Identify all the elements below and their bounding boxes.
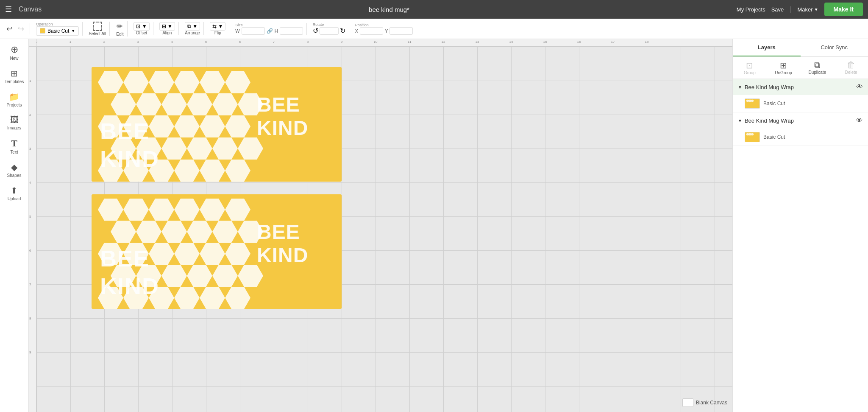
size-w-input[interactable] [242, 27, 265, 35]
rotate-input[interactable] [320, 27, 339, 35]
canvas-grid[interactable]: BEE KIND BEE KIND [36, 47, 732, 412]
arrange-btn[interactable]: ⧉ ▼ [185, 22, 200, 31]
ruler-h-tick: 14 [509, 40, 513, 44]
sidebar-item-text[interactable]: T Text [2, 135, 27, 158]
ruler-v-tick: 2 [29, 113, 31, 117]
ruler-h-tick: 16 [577, 40, 581, 44]
rotate-ccw-btn[interactable]: ↺ [313, 27, 318, 35]
select-all-btn[interactable]: Select All [89, 31, 106, 36]
ruler-v-tick: 3 [29, 147, 31, 151]
maker-btn[interactable]: Maker ▼ [798, 6, 818, 13]
layer-child-2[interactable]: Basic Cut [733, 129, 868, 146]
child1-thumb [745, 98, 760, 109]
blank-canvas-swatch[interactable] [682, 398, 693, 407]
svg-marker-43 [187, 221, 212, 243]
ruler-v-tick: 6 [29, 249, 31, 252]
svg-marker-42 [161, 221, 187, 243]
svg-text:KIND: KIND [257, 117, 308, 139]
ruler-h-tick: 17 [611, 40, 615, 44]
ruler-h-tick: 10 [374, 40, 378, 44]
ruler-h-tick: 11 [408, 40, 412, 44]
position-x-label: X [355, 28, 358, 34]
undo-btn[interactable]: ↩ [4, 23, 15, 34]
duplicate-label: Duplicate [809, 70, 826, 75]
vertical-ruler: 123456789 [29, 47, 36, 412]
svg-marker-55 [187, 265, 212, 287]
maker-chevron-icon: ▼ [814, 7, 818, 12]
layer-group-1-header[interactable]: ▼ Bee Kind Mug Wrap 👁 [733, 79, 868, 95]
svg-marker-8 [161, 93, 187, 115]
duplicate-action[interactable]: ⧉ Duplicate [801, 57, 835, 78]
tab-color-sync[interactable]: Color Sync [801, 39, 868, 56]
blank-canvas-label: Blank Canvas [696, 400, 727, 406]
make-it-btn[interactable]: Make It [824, 3, 863, 16]
tab-layers[interactable]: Layers [733, 39, 801, 56]
align-btn[interactable]: ⊟ ▼ [159, 22, 175, 31]
images-label: Images [7, 126, 21, 130]
offset-group: ⊡ ▼ Offset [130, 22, 153, 35]
svg-marker-7 [136, 93, 161, 115]
operation-btn[interactable]: Basic Cut ▼ [36, 26, 79, 36]
svg-marker-5 [225, 71, 250, 93]
svg-marker-16 [200, 115, 225, 137]
group2-chevron-icon: ▼ [738, 118, 742, 123]
flip-btn[interactable]: ⇆ ▼ [210, 22, 225, 31]
group-icon: ⊡ [746, 60, 753, 70]
sidebar-item-upload[interactable]: ⬆ Upload [2, 182, 27, 205]
ruler-h-tick: 5 [205, 40, 207, 44]
ungroup-action[interactable]: ⊞ UnGroup [767, 57, 801, 78]
redo-btn[interactable]: ↪ [16, 23, 26, 34]
position-y-input[interactable] [389, 27, 413, 35]
layer-child-1[interactable]: Basic Cut [733, 95, 868, 112]
ungroup-icon: ⊞ [780, 60, 787, 70]
layers-content: ▼ Bee Kind Mug Wrap 👁 Basic Cut [733, 79, 868, 412]
ruler-v-tick: 5 [29, 215, 31, 219]
rotate-label: Rotate [313, 22, 345, 27]
layer-group-2-header[interactable]: ▼ Bee Kind Mug Wrap 👁 [733, 112, 868, 129]
delete-action[interactable]: 🗑 Delete [834, 57, 868, 78]
templates-label: Templates [5, 79, 24, 84]
size-h-input[interactable] [280, 27, 303, 35]
svg-marker-9 [187, 93, 212, 115]
svg-text:BEE: BEE [100, 118, 150, 144]
mug-wrap-2[interactable]: BEE KIND BEE KIND [92, 194, 342, 309]
position-label: Position [355, 23, 413, 27]
my-projects-btn[interactable]: My Projects [737, 6, 765, 13]
ruler-h-tick: 15 [543, 40, 547, 44]
ruler-v-tick: 1 [29, 79, 31, 83]
duplicate-icon: ⧉ [814, 60, 820, 70]
app-title: Canvas [19, 6, 42, 13]
offset-btn[interactable]: ⊡ ▼ [134, 22, 149, 31]
sidebar-item-new[interactable]: ⊕ New [2, 41, 27, 64]
menu-icon[interactable]: ☰ [5, 5, 12, 14]
svg-marker-29 [225, 160, 250, 182]
svg-marker-38 [200, 199, 225, 221]
ruler-h-tick: 4 [171, 40, 173, 44]
child1-name: Basic Cut [763, 101, 785, 107]
group-action[interactable]: ⊡ Group [733, 57, 767, 78]
horizontal-ruler: /* ruler ticks rendered below */ 0123456… [36, 39, 732, 47]
group2-visibility-icon[interactable]: 👁 [856, 117, 863, 124]
text-label: Text [10, 150, 18, 154]
images-icon: 🖼 [10, 115, 19, 125]
rotate-cw-btn[interactable]: ↻ [340, 27, 345, 35]
sidebar-item-shapes[interactable]: ◆ Shapes [2, 159, 27, 181]
edit-btn[interactable]: ✏ [116, 21, 124, 32]
svg-marker-37 [174, 199, 200, 221]
mug-wrap-1[interactable]: BEE KIND BEE KIND [92, 67, 342, 182]
svg-marker-4 [200, 71, 225, 93]
sidebar-item-projects[interactable]: 📁 Projects [2, 88, 27, 111]
svg-marker-44 [212, 221, 238, 243]
sidebar-item-templates[interactable]: ⊞ Templates [2, 65, 27, 87]
upload-icon: ⬆ [11, 185, 18, 196]
svg-marker-22 [212, 137, 238, 160]
topbar: ☰ Canvas bee kind mug* My Projects Save … [0, 0, 868, 19]
size-link-icon[interactable]: 🔗 [267, 28, 273, 34]
flip-label: Flip [214, 31, 221, 35]
svg-marker-62 [200, 287, 225, 309]
group1-visibility-icon[interactable]: 👁 [856, 83, 863, 91]
svg-marker-14 [149, 115, 174, 137]
position-x-input[interactable] [360, 27, 383, 35]
save-btn[interactable]: Save [771, 6, 784, 13]
sidebar-item-images[interactable]: 🖼 Images [2, 112, 27, 134]
